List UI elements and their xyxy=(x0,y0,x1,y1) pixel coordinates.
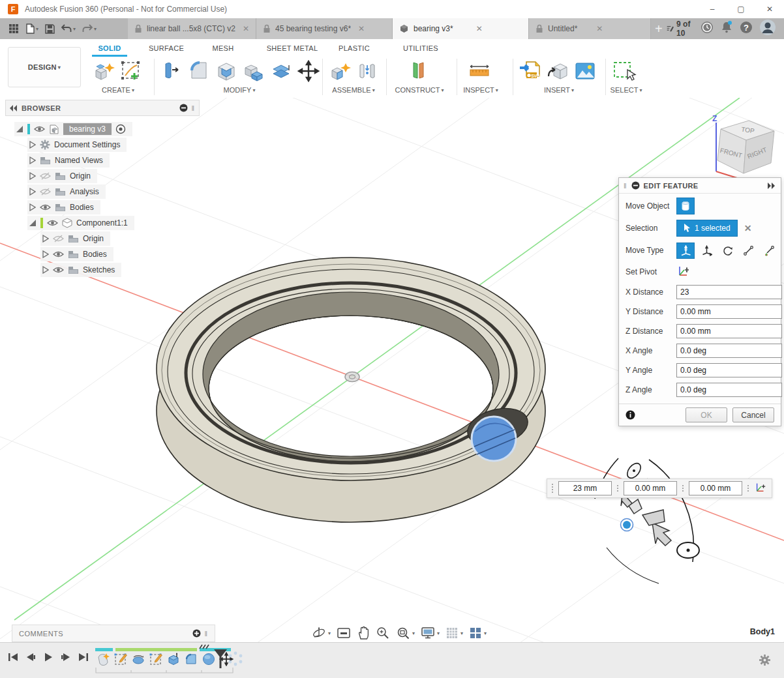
tree-item-label[interactable]: Origin xyxy=(83,234,104,243)
viewports-button[interactable]: ▾ xyxy=(469,626,487,640)
tab-close-icon[interactable]: ✕ xyxy=(596,24,603,33)
tree-row-component-sketches[interactable]: Sketches xyxy=(5,262,200,278)
tab-mesh[interactable]: MESH xyxy=(207,42,239,55)
bearing-ring-body[interactable] xyxy=(157,258,545,522)
grid-snap-button[interactable]: ▾ xyxy=(445,626,463,640)
panel-drag-handle[interactable]: ‖ xyxy=(191,104,195,112)
tree-row-analysis[interactable]: Analysis xyxy=(5,184,200,199)
tree-item-label[interactable]: Named Views xyxy=(55,156,103,165)
info-icon[interactable] xyxy=(626,410,635,420)
insert-derive-button[interactable] xyxy=(545,59,570,83)
insert-svg-button[interactable]: SVG xyxy=(518,59,543,83)
move-object-type-button[interactable] xyxy=(676,198,695,214)
fit-view-button[interactable]: ▾ xyxy=(396,626,415,640)
redo-button[interactable]: ▾ xyxy=(80,21,98,37)
notifications-bell-icon[interactable] xyxy=(720,20,733,37)
document-counter[interactable]: 9 of 10 xyxy=(667,20,694,38)
orbit-caret[interactable]: ▾ xyxy=(328,630,331,636)
eye-icon[interactable] xyxy=(40,203,51,211)
document-tab[interactable]: Untitled* ✕ xyxy=(529,18,651,39)
comments-drag-handle[interactable]: ‖ xyxy=(204,630,208,638)
shell-button[interactable] xyxy=(214,59,239,83)
tab-close-icon[interactable]: ✕ xyxy=(476,24,483,33)
expand-dialog-icon[interactable] xyxy=(767,183,776,189)
tree-row-root[interactable]: bearing v3 xyxy=(5,121,200,137)
expanded-arrow-icon[interactable] xyxy=(16,125,23,133)
pan-button[interactable] xyxy=(357,626,370,640)
eye-icon[interactable] xyxy=(53,266,64,274)
eye-off-icon[interactable] xyxy=(40,188,51,196)
dialog-drag-handle[interactable]: ‖ xyxy=(624,182,627,190)
clear-selection-icon[interactable]: ✕ xyxy=(744,223,752,233)
offset-face-button[interactable] xyxy=(269,59,294,83)
timeline-playhead[interactable] xyxy=(213,649,228,670)
move-manipulator[interactable] xyxy=(595,458,699,583)
z-angle-input[interactable] xyxy=(676,383,782,397)
y-angle-input[interactable] xyxy=(676,363,782,377)
tree-item-label[interactable]: Bodies xyxy=(70,203,94,212)
mini-separator-dots[interactable] xyxy=(617,485,618,492)
tree-row-named-views[interactable]: Named Views xyxy=(5,153,200,168)
tree-row-origin[interactable]: Origin xyxy=(5,168,200,184)
dialog-header[interactable]: ‖ EDIT FEATURE xyxy=(619,178,781,194)
collapse-panel-icon[interactable] xyxy=(10,105,18,111)
collapsed-arrow-icon[interactable] xyxy=(42,266,49,274)
group-insert[interactable]: INSERT▾ xyxy=(518,85,600,95)
feature-sketch-2[interactable] xyxy=(148,651,164,667)
tab-sheet-metal[interactable]: SHEET METAL xyxy=(261,42,324,55)
tree-row-bodies[interactable]: Bodies xyxy=(5,199,200,215)
group-modify[interactable]: MODIFY▾ xyxy=(159,85,320,95)
component-label[interactable]: Component1:1 xyxy=(76,218,128,228)
zoom-button[interactable] xyxy=(376,626,390,640)
save-button[interactable] xyxy=(43,21,57,37)
tree-row-document-settings[interactable]: Document Settings xyxy=(5,137,200,153)
document-tab[interactable]: 45 bearing testing v6* ✕ xyxy=(256,18,393,39)
minimize-button[interactable]: – xyxy=(698,1,727,18)
expanded-arrow-icon[interactable] xyxy=(29,219,37,227)
group-assemble[interactable]: ASSEMBLE▾ xyxy=(325,85,382,95)
collapsed-arrow-icon[interactable] xyxy=(42,250,49,258)
collapsed-arrow-icon[interactable] xyxy=(29,141,36,149)
z-distance-mini-input[interactable] xyxy=(689,481,742,495)
cancel-button[interactable]: Cancel xyxy=(732,407,774,422)
look-at-button[interactable] xyxy=(337,627,351,639)
create-sketch-button[interactable] xyxy=(119,59,143,83)
selection-button[interactable]: 1 selected xyxy=(676,220,738,237)
press-pull-button[interactable] xyxy=(159,59,184,83)
ok-button[interactable]: OK xyxy=(686,407,727,422)
toolbar-drag-handle[interactable] xyxy=(552,484,553,493)
x-angle-input[interactable] xyxy=(676,344,782,358)
avatar[interactable] xyxy=(759,19,776,38)
tab-close-icon[interactable]: ✕ xyxy=(243,24,249,33)
undo-button[interactable]: ▾ xyxy=(59,21,78,37)
collapsed-arrow-icon[interactable] xyxy=(29,203,36,211)
eye-off-icon[interactable] xyxy=(40,172,51,181)
redo-caret[interactable]: ▾ xyxy=(94,26,97,32)
comments-bar[interactable]: COMMENTS ‖ xyxy=(12,625,215,642)
set-pivot-mini-button[interactable] xyxy=(754,481,767,495)
tree-item-label[interactable]: Analysis xyxy=(70,187,99,196)
move-type-rotate-button[interactable] xyxy=(718,243,736,259)
select-button[interactable] xyxy=(612,59,637,83)
minimize-dialog-icon[interactable] xyxy=(631,181,640,190)
tab-solid[interactable]: SOLID xyxy=(93,42,126,55)
insert-canvas-button[interactable] xyxy=(573,59,597,83)
play-button[interactable] xyxy=(43,652,53,662)
group-select[interactable]: SELECT▾ xyxy=(601,85,651,95)
measure-button[interactable] xyxy=(467,59,492,83)
tree-item-label[interactable]: Origin xyxy=(70,171,91,181)
hide-panel-icon[interactable] xyxy=(179,104,188,112)
x-distance-input[interactable] xyxy=(676,285,782,299)
y-distance-mini-input[interactable] xyxy=(624,481,677,495)
tab-close-icon[interactable]: ✕ xyxy=(358,24,365,33)
mini-separator-dots[interactable] xyxy=(747,485,749,492)
tab-surface[interactable]: SURFACE xyxy=(143,42,189,55)
feature-revolve[interactable] xyxy=(130,651,146,667)
tab-plastic[interactable]: PLASTIC xyxy=(334,42,374,55)
move-copy-button[interactable] xyxy=(296,59,321,83)
document-tab[interactable]: linear ball ...5x8 (CTC) v2 ✕ xyxy=(128,18,256,39)
orbit-button[interactable]: ▾ xyxy=(312,626,331,640)
root-document-label[interactable]: bearing v3 xyxy=(63,123,112,135)
step-back-button[interactable] xyxy=(25,652,36,662)
file-menu-button[interactable]: ▾ xyxy=(23,21,40,37)
